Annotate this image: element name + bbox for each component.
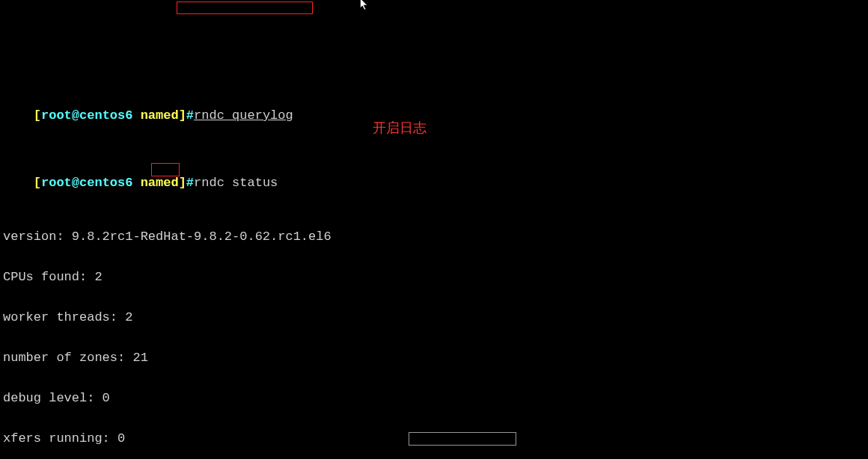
command-text: rndc querylog: [194, 108, 293, 123]
prompt-space: [132, 108, 140, 123]
command-text: rndc status: [194, 176, 278, 190]
output-line: worker threads: 2: [3, 311, 868, 324]
terminal-line: [root@centos6 named]#rndc querylog: [3, 96, 868, 109]
annotation-label: 开启日志: [373, 121, 427, 135]
prompt-userhost: root@centos6: [41, 108, 132, 123]
highlight-box-cmd1: [177, 1, 313, 14]
svg-marker-0: [361, 0, 367, 10]
mouse-cursor-icon: [359, 0, 370, 10]
terminal-line: [root@centos6 named]#rndc status: [3, 163, 868, 176]
terminal-window[interactable]: [root@centos6 named]#rndc querylog [root…: [0, 0, 868, 459]
output-line: version: 9.8.2rc1-RedHat-9.8.2-0.62.rc1.…: [3, 230, 868, 244]
output-line: xfers running: 0: [3, 432, 868, 446]
output-line: CPUs found: 2: [3, 271, 868, 284]
prompt-hash: #: [186, 108, 194, 123]
prompt-open: [: [34, 108, 41, 123]
output-line: number of zones: 21: [3, 351, 868, 365]
prompt-dir: named: [141, 108, 179, 123]
output-line: debug level: 0: [3, 392, 868, 405]
prompt-close: ]: [179, 108, 186, 123]
